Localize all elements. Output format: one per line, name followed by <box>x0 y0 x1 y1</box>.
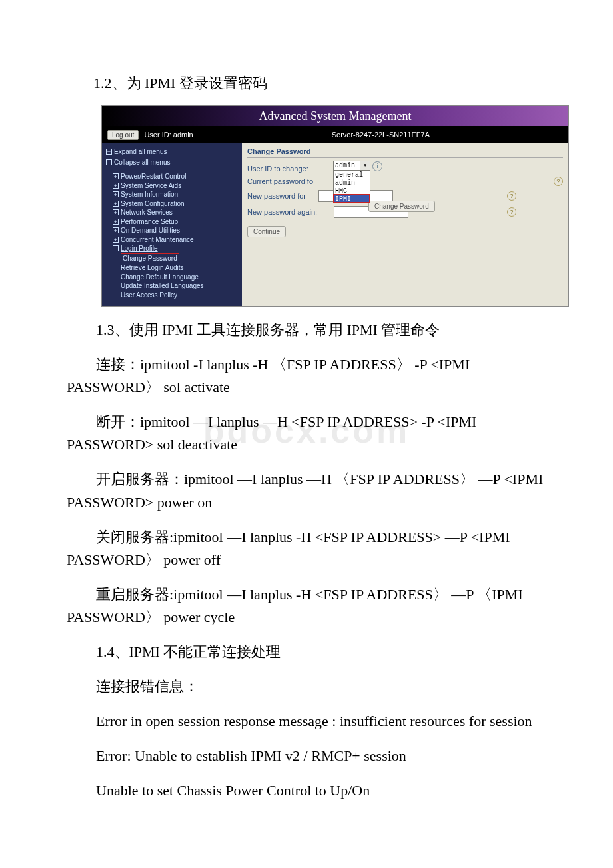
help-icon[interactable]: ? <box>507 207 516 217</box>
para-powercycle: 重启服务器:ipmitool —I lanplus -H <FSP IP ADD… <box>67 586 523 625</box>
submenu-user-access[interactable]: User Access Policy <box>121 291 239 300</box>
section-1-2-title: 1.2、为 IPMI 登录设置密码 <box>93 73 546 93</box>
submenu-default-language[interactable]: Change Default Language <box>121 273 239 282</box>
minus-icon: - <box>106 159 112 165</box>
label-current-password-a: Current password fo <box>247 177 313 185</box>
select-option-general[interactable]: general <box>334 171 370 179</box>
user-id-label: User ID: admin <box>144 131 193 139</box>
menu-login-profile[interactable]: -Login Profile <box>113 244 239 253</box>
plus-icon: + <box>113 237 119 243</box>
asm-screenshot: Advanced System Management Log out User … <box>101 105 569 307</box>
menu-on-demand[interactable]: +On Demand Utilities <box>113 226 239 235</box>
label-new-password-again: New password again: <box>247 208 334 216</box>
collapse-all[interactable]: -Collapse all menus <box>106 158 239 167</box>
section-1-3-title: 1.3、使用 IPMI 工具连接服务器，常用 IPMI 管理命令 <box>96 321 440 338</box>
menu-concurrent-maint[interactable]: +Concurrent Maintenance <box>113 235 239 245</box>
menu-service-aids[interactable]: +System Service Aids <box>113 181 239 191</box>
para-err1: Error in open session response message :… <box>96 713 532 729</box>
plus-icon: + <box>106 149 112 155</box>
chevron-down-icon[interactable]: ▼ <box>360 161 370 170</box>
help-icon[interactable]: ? <box>554 177 563 186</box>
submenu-change-password[interactable]: Change Password <box>121 253 239 264</box>
para-poweron: 开启服务器：ipmitool —I lanplus —H 〈FSP IP ADD… <box>67 471 543 510</box>
plus-icon: + <box>113 201 119 207</box>
plus-icon: + <box>113 227 119 233</box>
expand-all[interactable]: +Expand all menus <box>106 147 239 157</box>
minus-icon: - <box>113 245 119 251</box>
para-disconnect: 断开：ipmitool —I lanplus —H <FSP IP ADDRES… <box>67 413 476 453</box>
select-option-admin[interactable]: admin <box>334 179 370 187</box>
plus-icon: + <box>113 183 119 189</box>
panel-title: Change Password <box>247 147 563 158</box>
section-1-4-title: 1.4、IPMI 不能正常连接处理 <box>96 643 281 660</box>
asm-topbar: Log out User ID: admin Server-8247-22L-S… <box>102 126 568 143</box>
user-id-select[interactable]: admin ▼ general admin HMC IPMI <box>333 161 370 203</box>
menu-network-services[interactable]: +Network Services <box>113 208 239 217</box>
menu-system-config[interactable]: +System Configuration <box>113 199 239 209</box>
change-password-button[interactable]: Change Password <box>368 201 435 212</box>
label-new-password: New password for <box>247 192 318 200</box>
info-icon[interactable]: i <box>372 161 382 171</box>
plus-icon: + <box>113 209 119 215</box>
submenu-update-languages[interactable]: Update Installed Languages <box>121 281 239 291</box>
para-poweroff: 关闭服务器:ipmitool —I lanplus -H <FSP IP ADD… <box>67 529 510 568</box>
menu-power-restart[interactable]: +Power/Restart Control <box>113 172 239 181</box>
asm-banner: Advanced System Management <box>102 106 568 126</box>
para-err-intro: 连接报错信息： <box>96 678 199 695</box>
logout-button[interactable]: Log out <box>107 130 139 140</box>
continue-button[interactable]: Continue <box>247 226 286 237</box>
para-err3: Unable to set Chassis Power Control to U… <box>96 782 370 799</box>
plus-icon: + <box>113 173 119 179</box>
plus-icon: + <box>113 219 119 225</box>
select-option-ipmi[interactable]: IPMI <box>334 195 370 203</box>
select-option-hmc[interactable]: HMC <box>334 187 370 195</box>
para-connect: 连接：ipmitool -I lanplus -H 〈FSP IP ADDRES… <box>67 356 470 395</box>
menu-performance-setup[interactable]: +Performance Setup <box>113 217 239 227</box>
help-icon[interactable]: ? <box>507 191 516 201</box>
asm-main-panel: Change Password User ID to change: Curre… <box>242 143 568 306</box>
server-name: Server-8247-22L-SN211EF7A <box>193 131 568 139</box>
select-value: admin <box>334 161 360 170</box>
asm-sidebar: +Expand all menus -Collapse all menus +P… <box>102 143 242 306</box>
para-err2: Error: Unable to establish IPMI v2 / RMC… <box>96 747 406 764</box>
submenu-retrieve-audits[interactable]: Retrieve Login Audits <box>121 263 239 273</box>
menu-system-info[interactable]: +System Information <box>113 190 239 199</box>
plus-icon: + <box>113 191 119 197</box>
label-user-id-to-change: User ID to change: <box>247 165 334 173</box>
